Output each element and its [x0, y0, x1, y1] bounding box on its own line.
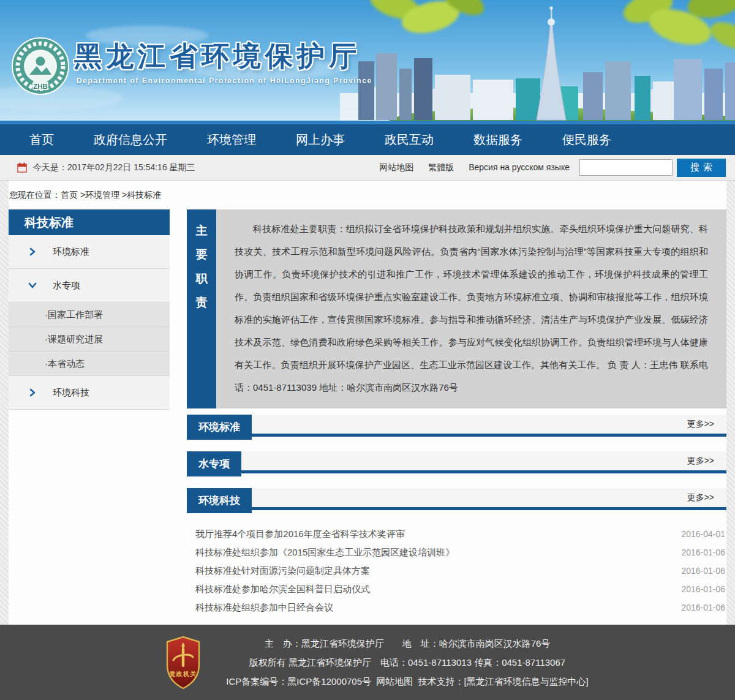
- breadcrumb-tech-standards[interactable]: 科技标准: [127, 190, 161, 200]
- section-title: 水专项: [187, 451, 241, 476]
- sidebar-subitem-research-progress[interactable]: ·课题研究进展: [9, 327, 170, 352]
- more-link[interactable]: 更多>>: [687, 456, 714, 467]
- nav-item-public-interaction[interactable]: 政民互动: [385, 132, 434, 148]
- chevron-right-icon: [28, 247, 37, 257]
- news-date: 2016-01-06: [681, 584, 725, 594]
- footer-tech-support: 技术支持：[黑龙江省环境信息与监控中心]: [418, 676, 588, 687]
- nav-item-online-services[interactable]: 网上办事: [296, 132, 345, 148]
- gov-badge-text: 党政机关: [169, 671, 197, 677]
- news-date: 2016-01-06: [681, 566, 725, 576]
- search-button[interactable]: 搜索: [677, 159, 726, 177]
- site-title: 黑龙江省环境保护厅: [74, 40, 372, 72]
- sidebar-item-label: 环境科技: [53, 387, 89, 399]
- news-item: 科技标准处组织参加中日经合会议 2016-01-06: [187, 598, 726, 617]
- footer-line-icp: ICP备案编号：黑ICP备12000705号 网站地图 技术支持：[黑龙江省环境…: [226, 672, 588, 691]
- brand-block: ZHB 黑龙江省环境保护厅 Department of Environmenta…: [11, 37, 372, 96]
- gov-agency-badge-icon: 党政机关: [164, 636, 203, 690]
- section-title: 环境标准: [187, 415, 252, 440]
- footer-icp-number: ICP备案编号：黑ICP备12000705号: [226, 676, 371, 687]
- nav-item-convenience-services[interactable]: 便民服务: [562, 132, 611, 148]
- footer-line-copyright: 版权所有 黑龙江省环境保护厅 电话：0451-87113013 传真：0451-…: [226, 653, 588, 672]
- russian-version-link[interactable]: Версия на русском языке: [469, 162, 570, 173]
- sidebar-item-env-standards[interactable]: 环境标准: [9, 235, 170, 269]
- traditional-chinese-link[interactable]: 繁體版: [428, 162, 454, 173]
- sidebar-item-water-project[interactable]: 水专项: [9, 269, 170, 303]
- footer-line-host: 主 办：黑龙江省环境保护厅 地 址：哈尔滨市南岗区汉水路76号: [226, 634, 588, 653]
- main-nav: 首页 政府信息公开 环境管理 网上办事 政民互动 数据服务 便民服务: [0, 124, 735, 155]
- section-env-standards: 环境标准 更多>>: [187, 415, 726, 437]
- news-date: 2016-01-06: [681, 548, 725, 557]
- news-item: 我厅推荐4个项目参加2016年度全省科学技术奖评审 2016-04-01: [187, 525, 726, 543]
- section-water-project: 水专项 更多>>: [187, 451, 726, 473]
- nav-item-home[interactable]: 首页: [29, 132, 54, 148]
- duty-block: 主 要 职 责 科技标准处主要职责：组织拟订全省环境保护科技政策和规划并组织实施…: [187, 209, 726, 408]
- sidebar-subitem-province-news[interactable]: ·本省动态: [9, 352, 170, 376]
- logo-text: ZHB: [33, 83, 48, 90]
- sidebar-item-label: 水专项: [53, 280, 80, 292]
- utility-links: 网站地图 繁體版 Версия на русском языке: [379, 162, 570, 173]
- news-list: 我厅推荐4个项目参加2016年度全省科学技术奖评审 2016-04-01 科技标…: [187, 525, 726, 617]
- calendar-icon: [17, 162, 27, 173]
- nav-item-data-services[interactable]: 数据服务: [473, 132, 522, 148]
- sidebar-item-label: 环境标准: [53, 246, 89, 258]
- search-input[interactable]: [579, 159, 673, 176]
- site-subtitle: Department of Environmental Protection o…: [77, 77, 372, 85]
- current-date-text: 今天是：2017年02月22日 15:54:16 星期三: [33, 162, 195, 173]
- news-item: 科技标准处针对面源污染问题制定具体方案 2016-01-06: [187, 562, 726, 580]
- news-title[interactable]: 我厅推荐4个项目参加2016年度全省科学技术奖评审: [195, 529, 405, 540]
- utility-bar: 今天是：2017年02月22日 15:54:16 星期三 网站地图 繁體版 Ве…: [0, 155, 735, 181]
- footer-sitemap-link[interactable]: 网站地图: [376, 676, 413, 687]
- news-title[interactable]: 科技标准处参加哈尔滨全国科普日启动仪式: [195, 584, 370, 595]
- nav-item-gov-info[interactable]: 政府信息公开: [94, 132, 167, 148]
- sidebar-title: 科技标准: [9, 209, 170, 235]
- content-area: 科技标准 环境标准 水专项 ·国家工作部署 ·课题研究进展 ·本省动态: [9, 209, 726, 617]
- breadcrumb-prefix: 您现在位置：: [9, 190, 61, 200]
- more-link[interactable]: 更多>>: [687, 419, 714, 430]
- sidebar: 科技标准 环境标准 水专项 ·国家工作部署 ·课题研究进展 ·本省动态: [9, 209, 170, 410]
- section-env-tech: 环境科技 更多>>: [187, 488, 726, 510]
- duty-text: 科技标准处主要职责：组织拟订全省环境保护科技政策和规划并组织实施。牵头组织环境保…: [216, 209, 726, 408]
- news-title[interactable]: 科技标准处组织参加《2015国家生态工业示范园区建设培训班》: [195, 547, 454, 559]
- breadcrumb-env-management[interactable]: 环境管理: [85, 190, 119, 200]
- sitemap-link[interactable]: 网站地图: [379, 162, 413, 173]
- sidebar-item-env-tech[interactable]: 环境科技: [9, 376, 170, 410]
- more-link[interactable]: 更多>>: [687, 492, 714, 503]
- epb-logo-icon: ZHB: [11, 37, 70, 96]
- breadcrumb-home[interactable]: 首页: [61, 190, 78, 200]
- breadcrumb: 您现在位置：首页 >环境管理 >科技标准: [9, 181, 726, 209]
- section-title: 环境科技: [187, 488, 252, 513]
- news-item: 科技标准处组织参加《2015国家生态工业示范园区建设培训班》 2016-01-0…: [187, 543, 726, 562]
- chevron-down-icon: [28, 280, 37, 290]
- news-title[interactable]: 科技标准处组织参加中日经合会议: [195, 602, 333, 614]
- footer-text: 主 办：黑龙江省环境保护厅 地 址：哈尔滨市南岗区汉水路76号 版权所有 黑龙江…: [226, 634, 588, 691]
- main-content: 主 要 职 责 科技标准处主要职责：组织拟订全省环境保护科技政策和规划并组织实施…: [187, 209, 726, 617]
- news-date: 2016-01-06: [681, 603, 725, 612]
- page-footer: 党政机关 主 办：黑龙江省环境保护厅 地 址：哈尔滨市南岗区汉水路76号 版权所…: [0, 625, 735, 700]
- sidebar-subitem-national-deployment[interactable]: ·国家工作部署: [9, 303, 170, 327]
- page-body: 您现在位置：首页 >环境管理 >科技标准 科技标准 环境标准 水专项 ·国家工作…: [9, 181, 726, 625]
- duty-label: 主 要 职 责: [187, 209, 216, 408]
- news-date: 2016-04-01: [681, 529, 725, 539]
- site-header: ZHB 黑龙江省环境保护厅 Department of Environmenta…: [0, 0, 735, 124]
- nav-item-env-management[interactable]: 环境管理: [207, 132, 256, 148]
- news-title[interactable]: 科技标准处针对面源污染问题制定具体方案: [195, 565, 370, 577]
- news-item: 科技标准处参加哈尔滨全国科普日启动仪式 2016-01-06: [187, 580, 726, 598]
- chevron-right-icon: [28, 388, 37, 397]
